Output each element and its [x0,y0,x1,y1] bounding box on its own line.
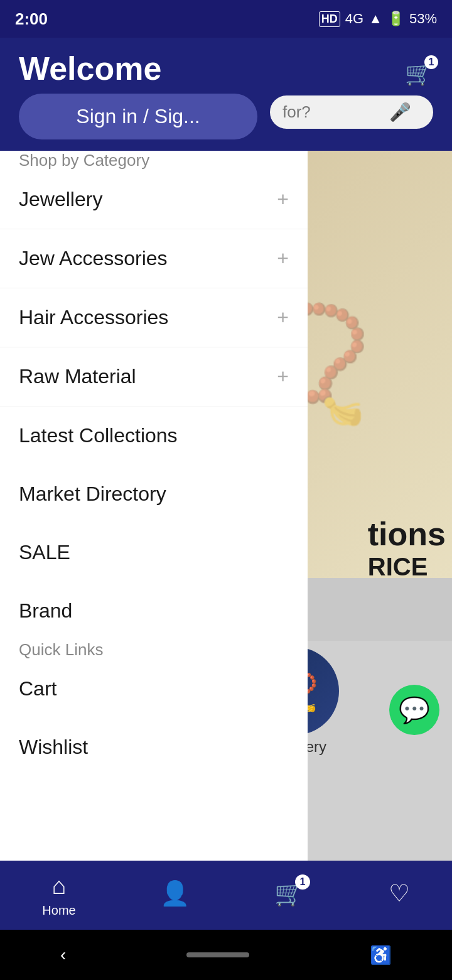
battery-icon: 🔋 [387,11,404,27]
drawer-item-sale[interactable]: SALE [0,523,308,582]
wishlist-link-label: Wishlist [19,736,88,759]
drawer-item-hair-accessories[interactable]: Hair Accessories + [0,288,308,347]
home-label: Home [42,903,75,918]
drawer-item-market-directory[interactable]: Market Directory [0,465,308,523]
android-navigation-bar: ‹ ♿ [0,930,452,980]
nav-cart[interactable]: 🛒1 [274,879,304,911]
cart-count-badge: 1 [424,55,438,69]
header-left: Welcome Sign in / Sig... [19,50,257,139]
nav-wishlist[interactable]: ♡ [389,879,410,911]
battery-label: 53% [409,11,437,27]
hair-accessories-label: Hair Accessories [19,306,168,329]
profile-icon: 👤 [160,879,190,907]
hd-badge: HD [319,11,340,27]
nav-cart-icon: 🛒1 [274,879,304,907]
raw-material-label: Raw Material [19,365,136,388]
drawer-item-cart[interactable]: Cart [0,660,308,718]
hair-accessories-expand-icon: + [277,306,289,329]
mic-icon[interactable]: 🎤 [389,102,411,122]
shop-by-category-label: Shop by Category [0,151,168,176]
nav-cart-badge: 1 [295,874,310,890]
header-cart-button[interactable]: 🛒 1 [405,60,433,87]
wishlist-heart-icon: ♡ [389,879,410,907]
whatsapp-button[interactable]: 💬 [389,685,439,735]
collections-text: tions [368,516,446,552]
jew-accessories-label: Jew Accessories [19,247,168,270]
quick-links-label: Quick Links [0,625,122,665]
market-directory-label: Market Directory [19,482,166,506]
search-bar[interactable]: 🎤 [270,95,433,129]
status-bar: 2:00 HD 4G ▲ 🔋 53% [0,0,452,38]
signin-button[interactable]: Sign in / Sig... [19,94,257,139]
search-input[interactable] [282,102,383,122]
welcome-text: Welcome [19,50,257,87]
latest-collections-label: Latest Collections [19,424,178,447]
status-time: 2:00 [15,9,48,29]
banner-collections: tions [368,515,446,553]
home-icon: ⌂ [52,873,67,900]
nav-profile[interactable]: 👤 [160,879,190,911]
raw-material-expand-icon: + [277,365,289,388]
home-pill[interactable] [186,952,249,957]
jew-accessories-expand-icon: + [277,247,289,270]
whatsapp-icon: 💬 [399,695,430,725]
network-label: 4G [345,11,363,27]
sale-label: SALE [19,541,70,564]
status-right: HD 4G ▲ 🔋 53% [319,11,437,27]
drawer-item-wishlist[interactable]: Wishlist [0,718,308,776]
drawer-item-latest-collections[interactable]: Latest Collections [0,406,308,465]
accessibility-button[interactable]: ♿ [370,945,392,966]
signal-icon: ▲ [369,11,382,27]
jewellery-expand-icon: + [277,188,289,211]
drawer-item-raw-material[interactable]: Raw Material + [0,347,308,406]
cart-link-label: Cart [19,677,56,700]
brand-label: Brand [19,599,72,623]
drawer-item-jewellery[interactable]: Jewellery + [0,170,308,229]
jewellery-label: Jewellery [19,188,102,211]
back-button[interactable]: ‹ [60,945,66,965]
app-header: Welcome Sign in / Sig... 🛒 1 🎤 [0,38,452,151]
nav-home[interactable]: ⌂ Home [42,873,75,918]
header-right: 🛒 1 🎤 [270,60,433,129]
price-text: RICE [368,553,428,580]
banner-price: RICE [368,553,446,581]
drawer-item-jew-accessories[interactable]: Jew Accessories + [0,229,308,288]
side-drawer: Shop by Category Jewellery + Jew Accesso… [0,151,308,905]
banner-text-area: tions RICE [368,515,446,581]
bottom-navigation: ⌂ Home 👤 🛒1 ♡ [0,861,452,930]
